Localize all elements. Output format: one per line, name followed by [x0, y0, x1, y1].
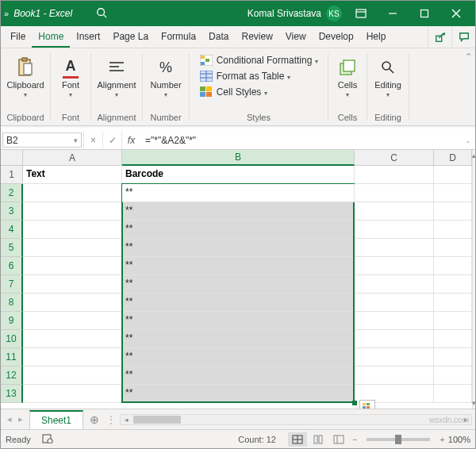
row-header[interactable]: 10 [1, 330, 23, 348]
cell-styles-button[interactable]: Cell Styles ▾ [196, 85, 322, 99]
tab-data[interactable]: Data [202, 26, 235, 48]
tab-file[interactable]: File [4, 26, 32, 48]
cell[interactable] [23, 202, 122, 221]
expand-formula-bar-icon[interactable]: ⌄ [461, 131, 475, 149]
comments-icon[interactable] [451, 26, 475, 48]
search-icon[interactable] [96, 7, 107, 21]
cell[interactable] [355, 184, 434, 202]
cell[interactable]: ** [122, 202, 355, 221]
row-header[interactable]: 4 [1, 221, 23, 239]
zoom-in-button[interactable]: + [440, 435, 444, 444]
row-header[interactable]: 1 [1, 166, 23, 184]
formula-input[interactable]: ="*"&A2&"*" [140, 131, 461, 149]
cell[interactable] [434, 294, 472, 312]
cell[interactable]: ** [122, 294, 355, 312]
sheet-nav-arrows[interactable]: ◂▸ [1, 414, 29, 424]
zoom-level[interactable]: 100% [448, 435, 470, 444]
scroll-up-icon[interactable]: ▴ [473, 150, 475, 161]
cell[interactable] [434, 166, 472, 184]
quick-access-overflow-icon[interactable]: » [4, 9, 9, 18]
column-header[interactable]: C [355, 150, 434, 166]
cell[interactable] [23, 366, 122, 385]
cell[interactable] [23, 385, 122, 403]
cell[interactable] [434, 275, 472, 294]
cell[interactable] [434, 221, 472, 239]
sheet-tab[interactable]: Sheet1 [29, 410, 83, 429]
scrollbar-thumb[interactable] [133, 416, 181, 424]
editing-button[interactable]: Editing ▾ [366, 53, 410, 109]
quick-analysis-icon[interactable] [359, 400, 375, 409]
cell[interactable]: Text [23, 166, 122, 184]
cell[interactable] [23, 312, 122, 330]
page-break-view-icon[interactable] [329, 432, 348, 447]
row-header[interactable]: 7 [1, 275, 23, 294]
zoom-slider[interactable] [367, 438, 430, 441]
row-header[interactable]: 2 [1, 184, 23, 202]
tab-develop[interactable]: Develop [313, 26, 360, 48]
cell[interactable] [434, 257, 472, 275]
tab-page-la[interactable]: Page La [106, 26, 155, 48]
column-header[interactable]: B [122, 150, 355, 166]
name-box[interactable]: B2 ▾ [2, 132, 82, 148]
column-header[interactable]: A [23, 150, 122, 166]
maximize-icon[interactable] [409, 1, 440, 26]
cell[interactable] [355, 366, 434, 385]
number-button[interactable]: % Number ▾ [144, 53, 188, 109]
horizontal-scrollbar[interactable]: ◂ ▸ [120, 414, 472, 425]
cell[interactable] [355, 330, 434, 348]
minimize-icon[interactable] [377, 1, 409, 26]
cell[interactable]: ** [122, 348, 355, 366]
tab-home[interactable]: Home [32, 26, 70, 48]
cell[interactable]: ** [122, 221, 355, 239]
row-header[interactable]: 8 [1, 294, 23, 312]
cell[interactable] [355, 221, 434, 239]
cell[interactable]: ** [122, 275, 355, 294]
format-as-table-button[interactable]: Format as Table ▾ [196, 69, 322, 83]
cell[interactable] [355, 275, 434, 294]
zoom-handle[interactable] [395, 435, 401, 444]
row-header[interactable]: 12 [1, 366, 23, 385]
cell[interactable] [434, 348, 472, 366]
cell[interactable] [23, 239, 122, 257]
cell[interactable] [355, 294, 434, 312]
cell[interactable] [23, 348, 122, 366]
cell[interactable] [23, 275, 122, 294]
cell[interactable] [23, 257, 122, 275]
cell[interactable] [355, 348, 434, 366]
tab-view[interactable]: View [279, 26, 313, 48]
cell[interactable]: ** [122, 239, 355, 257]
cancel-formula-icon[interactable]: × [83, 131, 102, 149]
cell[interactable] [434, 330, 472, 348]
row-header[interactable]: 11 [1, 348, 23, 366]
cell[interactable] [23, 221, 122, 239]
cell[interactable] [23, 294, 122, 312]
cell[interactable]: ** [122, 330, 355, 348]
add-sheet-button[interactable]: ⊕ [83, 413, 106, 426]
normal-view-icon[interactable] [288, 432, 307, 447]
cell[interactable] [23, 184, 122, 202]
tab-formula[interactable]: Formula [155, 26, 202, 48]
tab-help[interactable]: Help [360, 26, 393, 48]
row-header[interactable]: 3 [1, 202, 23, 221]
alignment-button[interactable]: Alignment ▾ [94, 53, 139, 109]
cells-button[interactable]: Cells ▾ [325, 53, 370, 109]
tab-review[interactable]: Review [235, 26, 278, 48]
font-button[interactable]: A Font ▾ [48, 53, 93, 109]
cell[interactable]: Barcode [122, 166, 355, 184]
user-account[interactable]: Komal Srivastava KS [248, 6, 342, 21]
scroll-left-icon[interactable]: ◂ [121, 415, 132, 424]
clipboard-button[interactable]: Clipboard ▾ [3, 53, 48, 109]
page-layout-view-icon[interactable] [309, 432, 328, 447]
cell[interactable] [434, 184, 472, 202]
cell[interactable] [434, 366, 472, 385]
cell[interactable] [434, 385, 472, 403]
row-header[interactable]: 9 [1, 312, 23, 330]
cell[interactable] [434, 202, 472, 221]
cell[interactable]: ** [122, 385, 355, 403]
cell[interactable] [355, 257, 434, 275]
collapse-ribbon-icon[interactable]: ⌃ [465, 52, 472, 62]
fill-handle[interactable] [352, 401, 357, 405]
close-icon[interactable] [440, 1, 472, 26]
cell[interactable]: ** [122, 257, 355, 275]
active-cell[interactable]: ** [122, 184, 355, 202]
